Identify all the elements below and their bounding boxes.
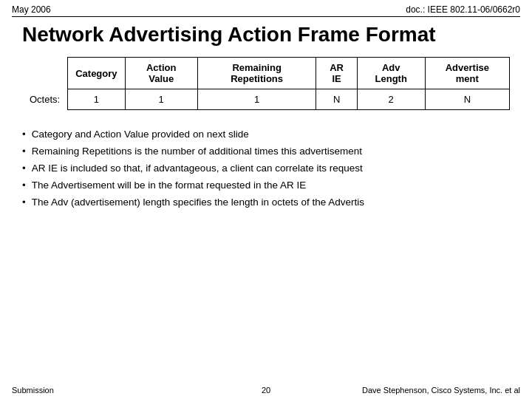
bullet-list: Category and Action Value provided on ne… bbox=[22, 128, 510, 209]
col-header-category: Category bbox=[68, 58, 125, 89]
list-item: The Advertisement will be in the format … bbox=[22, 179, 510, 193]
footer-right: Dave Stephenson, Cisco Systems, Inc. et … bbox=[362, 386, 520, 395]
footer-left: Submission bbox=[12, 386, 54, 395]
cell-advertisement: N bbox=[425, 89, 509, 110]
table-row: Octets: 1 1 1 N 2 N bbox=[22, 89, 510, 110]
octets-label: Octets: bbox=[22, 89, 68, 110]
col-header-remaining-rep: Remaining Repetitions bbox=[197, 58, 316, 89]
col-header-ar-ie: AR IE bbox=[316, 58, 357, 89]
cell-adv-length: 2 bbox=[357, 89, 425, 110]
col-header-action-value: Action Value bbox=[125, 58, 197, 89]
bullet-section: Category and Action Value provided on ne… bbox=[0, 122, 532, 209]
cell-category: 1 bbox=[68, 89, 125, 110]
list-item: The Adv (advertisement) length specifies… bbox=[22, 196, 510, 210]
col-header-adv-length: Adv Length bbox=[357, 58, 425, 89]
list-item: Category and Action Value provided on ne… bbox=[22, 128, 510, 142]
page-title: Network Advertising Action Frame Format bbox=[22, 23, 510, 47]
page-title-section: Network Advertising Action Frame Format bbox=[0, 17, 532, 57]
col-header-advertisement: Advertise ment bbox=[425, 58, 509, 89]
list-item: AR IE is included so that, if advantageo… bbox=[22, 162, 510, 176]
cell-action-value: 1 bbox=[125, 89, 197, 110]
header-right: doc.: IEEE 802.11-06/0662r0 bbox=[406, 4, 520, 15]
cell-remaining-rep: 1 bbox=[197, 89, 316, 110]
footer-center: 20 bbox=[262, 386, 270, 395]
list-item: Remaining Repetitions is the number of a… bbox=[22, 145, 510, 159]
col-header-empty bbox=[22, 58, 68, 89]
table-section: Category Action Value Remaining Repetiti… bbox=[0, 57, 532, 122]
table-header-row: Category Action Value Remaining Repetiti… bbox=[22, 58, 510, 89]
frame-format-table: Category Action Value Remaining Repetiti… bbox=[22, 57, 510, 110]
header-bar: May 2006 doc.: IEEE 802.11-06/0662r0 bbox=[0, 0, 532, 16]
cell-ar-ie: N bbox=[316, 89, 357, 110]
header-left: May 2006 bbox=[12, 4, 51, 15]
